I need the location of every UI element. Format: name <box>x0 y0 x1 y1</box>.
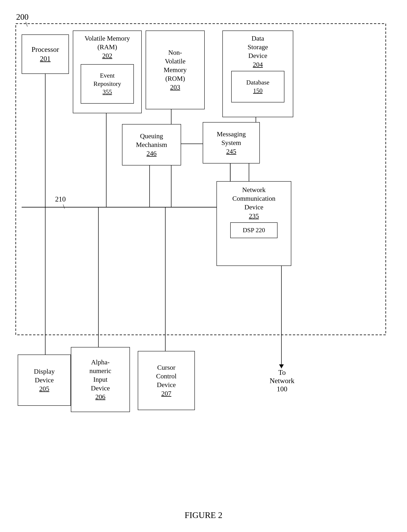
cc-label2: Control <box>156 372 177 380</box>
nv-label2: Volatile <box>165 57 185 65</box>
event-label1: Event <box>100 72 115 80</box>
nv-label3: Memory <box>164 65 187 74</box>
an-label1: Alpha- <box>91 358 110 367</box>
ds-label3: Device <box>248 51 267 60</box>
ms-label1: Messaging <box>217 130 246 138</box>
qm-label2: Mechanism <box>136 140 167 149</box>
processor-label: Processor <box>31 45 59 54</box>
nc-label3: Device <box>244 203 263 211</box>
svg-marker-20 <box>279 364 284 368</box>
display-device-box: Display Device 205 <box>18 355 71 406</box>
bus-label: 210 <box>55 195 66 203</box>
database-box: Database 150 <box>231 71 284 102</box>
data-storage-box: Data Storage Device 204 Database 150 <box>222 31 293 117</box>
non-volatile-box: Non- Volatile Memory (ROM) 203 <box>146 31 205 109</box>
alphanumeric-box: Alpha- numeric Input Device 206 <box>71 347 130 412</box>
volatile-label2: (RAM) <box>97 43 117 51</box>
cc-number: 207 <box>161 389 172 398</box>
ms-label2: System <box>221 138 241 147</box>
qm-number: 246 <box>147 149 157 158</box>
db-number: 150 <box>253 87 263 95</box>
nv-label1: Non- <box>168 48 182 57</box>
figure-label: FIGURE 2 <box>185 510 222 520</box>
queuing-box: Queuing Mechanism 246 <box>122 124 181 165</box>
ds-label1: Data <box>251 34 264 43</box>
volatile-number: 202 <box>102 51 112 60</box>
ds-label2: Storage <box>248 43 268 51</box>
ms-number: 245 <box>226 147 236 156</box>
to-network-label: To Network 100 <box>270 368 294 393</box>
dd-number: 205 <box>39 385 49 393</box>
cursor-control-box: Cursor Control Device 207 <box>138 351 195 410</box>
nv-number: 203 <box>170 83 180 92</box>
an-number: 206 <box>95 393 105 401</box>
nc-label1: Network <box>242 185 266 194</box>
cc-label3: Device <box>157 380 176 389</box>
messaging-box: Messaging System 245 <box>203 122 260 163</box>
processor-box: Processor 201 <box>22 34 69 74</box>
dd-label2: Device <box>35 376 54 385</box>
volatile-memory-box: Volatile Memory (RAM) 202 Event Reposito… <box>73 31 142 113</box>
nc-number: 235 <box>249 212 259 220</box>
event-label2: Repository <box>94 80 121 88</box>
system-label-arrow: \ <box>26 20 28 28</box>
dsp-label: DSP 220 <box>243 226 265 234</box>
nc-label2: Communication <box>232 194 275 203</box>
dsp-box: DSP 220 <box>230 222 277 238</box>
processor-number: 201 <box>40 54 51 64</box>
an-label2: numeric <box>89 367 111 375</box>
dd-label1: Display <box>34 367 55 376</box>
cc-label1: Cursor <box>157 363 176 372</box>
event-number: 355 <box>102 88 112 96</box>
volatile-label1: Volatile Memory <box>85 34 130 43</box>
ds-number: 204 <box>253 60 263 69</box>
nv-label4: (ROM) <box>165 74 185 83</box>
qm-label1: Queuing <box>140 132 163 140</box>
db-label1: Database <box>246 78 269 87</box>
event-repository-box: Event Repository 355 <box>81 64 134 104</box>
network-comm-box: Network Communication Device 235 DSP 220 <box>217 181 291 266</box>
an-label4: Device <box>91 384 110 393</box>
an-label3: Input <box>93 375 108 384</box>
bus-label-arrow: \ <box>63 203 65 210</box>
